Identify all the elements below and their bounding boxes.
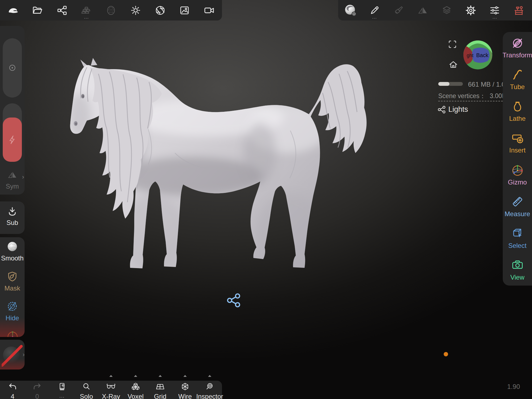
xray-caret[interactable] <box>109 375 113 377</box>
radius-slider[interactable] <box>3 38 22 98</box>
solo-toggle[interactable]: Solo <box>73 382 100 399</box>
gizmo-label: Gizmo <box>508 178 527 186</box>
right-tool-panel: Transform Tube Lathe Insert <box>503 32 532 286</box>
inspector-caret[interactable] <box>208 375 211 377</box>
left-rail-sub: Sub <box>0 201 25 234</box>
inspector-toggle[interactable]: Inspector <box>195 382 225 399</box>
transform-label: Transform <box>502 51 532 59</box>
nomad-logo[interactable] <box>6 4 19 17</box>
scene-graph-icon[interactable] <box>55 4 69 17</box>
tool-measure[interactable]: Measure <box>503 190 532 222</box>
smooth-label: Smooth <box>0 254 25 262</box>
tool-gizmo[interactable]: Gizmo <box>503 159 532 190</box>
material-sphere-button[interactable] <box>344 4 357 17</box>
paintbrush-icon[interactable] <box>392 4 405 17</box>
voxel-label: Voxel <box>122 393 149 399</box>
fullscreen-icon[interactable] <box>448 39 457 49</box>
scene-light-handle[interactable] <box>226 292 242 308</box>
tool-select[interactable]: Select <box>503 222 532 254</box>
view-cube[interactable]: ght Back <box>463 40 493 70</box>
symmetry-expand-chevron[interactable]: › <box>22 174 24 181</box>
multires-bricks-icon[interactable]: … <box>80 4 93 17</box>
redo-button[interactable]: 0 <box>24 382 51 399</box>
symmetry-icon <box>7 169 18 180</box>
nomad-sculpt-app: ght Back 661 MB / 1.04 GB Scene vertices… <box>0 0 532 399</box>
lights-label: Lights <box>448 105 468 114</box>
notes-more-dots: … <box>48 393 75 399</box>
mesh-sphere-icon[interactable] <box>104 4 118 17</box>
tube-icon <box>511 69 524 81</box>
xray-toggle[interactable]: X-Ray <box>97 382 125 399</box>
sub-icon <box>7 206 18 217</box>
settings-gear-icon[interactable] <box>464 4 477 17</box>
mask-tool[interactable]: Mask <box>0 271 25 292</box>
video-camera-icon[interactable] <box>203 4 216 17</box>
scene-vertices: Scene vertices： 3.00M <box>438 92 507 100</box>
lathe-icon <box>511 100 524 113</box>
smooth-sphere-icon <box>7 241 18 252</box>
viewport-canvas[interactable]: ght Back 661 MB / 1.04 GB Scene vertices… <box>0 0 532 399</box>
pencil-more-dots: … <box>368 16 381 18</box>
intensity-slider-fill[interactable] <box>3 118 22 162</box>
voxel-caret[interactable] <box>134 375 137 377</box>
symmetry-toggle[interactable]: Sym <box>0 169 25 190</box>
tool-insert[interactable]: Insert <box>503 127 532 159</box>
sub-label: Sub <box>0 219 25 227</box>
matcap-expand-chevron[interactable]: › <box>23 351 25 358</box>
lights-row[interactable]: Lights <box>437 105 468 114</box>
toolbox-icon[interactable] <box>512 4 525 17</box>
view-label: View <box>510 274 525 281</box>
mask-shield-icon <box>7 271 18 282</box>
grid-label: Grid <box>147 393 174 399</box>
sliders-more-dots: … <box>488 16 501 18</box>
memory-bar-fill <box>438 82 449 86</box>
insert-icon <box>511 132 524 145</box>
lights-icon <box>437 105 446 114</box>
no-matcap-icon <box>2 342 23 367</box>
voxel-toggle[interactable]: Voxel <box>122 382 149 399</box>
home-icon[interactable] <box>448 59 459 70</box>
top-left-toolbar: … <box>0 0 222 20</box>
left-rail-sliders: Sym › <box>0 26 25 195</box>
sub-tool[interactable]: Sub <box>0 206 25 227</box>
transform-icon <box>511 37 524 49</box>
tool-view[interactable]: View <box>503 254 532 286</box>
undo-count: 4 <box>0 393 26 399</box>
pencil-tool-button[interactable]: … <box>368 4 381 17</box>
tool-tube[interactable]: Tube <box>503 64 532 95</box>
mirror-icon[interactable] <box>416 4 429 17</box>
scene-vertices-label: Scene vertices： <box>438 92 486 99</box>
mask-label: Mask <box>0 284 25 292</box>
view-camera-icon <box>511 259 524 272</box>
view-cube-left-label: ght <box>467 53 473 58</box>
view-cube-front-label: Back <box>476 52 489 58</box>
hide-dotted-icon <box>7 301 18 312</box>
tool-transform[interactable]: Transform <box>503 32 532 64</box>
smooth-tool[interactable]: Smooth <box>0 241 25 262</box>
layers-icon[interactable] <box>440 4 453 17</box>
folder-icon[interactable] <box>31 4 44 17</box>
gizmo-partial-icon[interactable] <box>7 330 19 337</box>
solo-label: Solo <box>73 393 100 399</box>
grid-toggle[interactable]: Grid <box>147 382 174 399</box>
aperture-icon[interactable] <box>154 4 167 17</box>
grid-caret[interactable] <box>159 375 162 377</box>
sliders-icon[interactable]: … <box>488 4 501 17</box>
tool-lathe[interactable]: Lathe <box>503 95 532 127</box>
no-matcap-button[interactable]: › <box>0 340 25 369</box>
tube-label: Tube <box>510 83 525 91</box>
undo-button[interactable]: 4 <box>0 382 26 399</box>
hide-tool[interactable]: Hide <box>0 301 25 322</box>
insert-label: Insert <box>509 146 525 154</box>
radius-dot-icon <box>7 63 17 73</box>
wire-caret[interactable] <box>183 375 187 377</box>
sun-icon[interactable] <box>129 4 142 17</box>
notes-button[interactable]: … <box>48 382 75 399</box>
select-label: Select <box>508 242 527 250</box>
multires-more-dots: … <box>80 16 93 18</box>
gizmo-icon <box>511 163 524 177</box>
memory-bar <box>438 82 463 86</box>
divider <box>438 101 514 101</box>
material-settings-badge[interactable] <box>352 11 356 16</box>
image-icon[interactable] <box>178 4 191 17</box>
